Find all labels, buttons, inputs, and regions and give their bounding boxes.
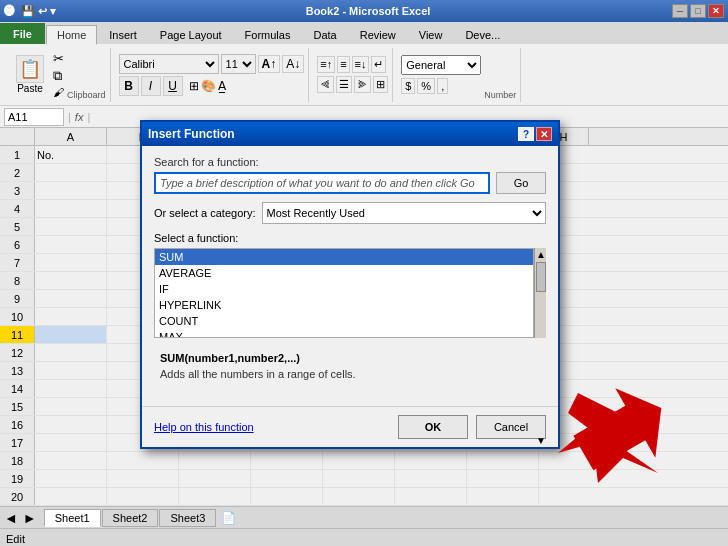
function-item-average[interactable]: AVERAGE [155,265,533,281]
function-list-container: SUM AVERAGE IF HYPERLINK COUNT MAX SIN ▲… [154,248,546,338]
function-description-area: SUM(number1,number2,...) Adds all the nu… [154,346,546,396]
function-item-if[interactable]: IF [155,281,533,297]
scrollbar-up[interactable]: ▲ [535,248,546,261]
function-signature: SUM(number1,number2,...) [160,352,540,364]
dialog-window-controls: ? ✕ [518,127,552,141]
search-row: Go [154,172,546,194]
red-arrow [558,383,678,486]
dialog-footer: Help on this function OK Cancel [142,406,558,447]
scrollbar-thumb[interactable] [536,262,546,292]
go-button[interactable]: Go [496,172,546,194]
function-item-count[interactable]: COUNT [155,313,533,329]
function-item-max[interactable]: MAX [155,329,533,338]
function-item-sum[interactable]: SUM [155,249,533,265]
function-item-hyperlink[interactable]: HYPERLINK [155,297,533,313]
insert-function-dialog: Insert Function ? ✕ Search for a functio… [140,120,560,449]
category-label: Or select a category: [154,207,256,219]
function-list[interactable]: SUM AVERAGE IF HYPERLINK COUNT MAX SIN [154,248,534,338]
category-row: Or select a category: Most Recently Used… [154,202,546,224]
footer-buttons: OK Cancel [398,415,546,439]
dialog-title-bar: Insert Function ? ✕ [142,122,558,146]
function-search-input[interactable] [154,172,490,194]
excel-window: 🅧 💾 ↩ ▾ Book2 - Microsoft Excel ─ □ ✕ Fi… [0,0,728,546]
dialog-title: Insert Function [148,127,518,141]
dialog-body: Search for a function: Go Or select a ca… [142,146,558,406]
function-list-scrollbar[interactable]: ▲ ▼ [534,248,546,338]
dialog-close-button[interactable]: ✕ [536,127,552,141]
ok-button[interactable]: OK [398,415,468,439]
scrollbar-down[interactable]: ▼ [535,434,547,447]
help-link[interactable]: Help on this function [154,421,254,433]
search-label: Search for a function: [154,156,546,168]
function-description: Adds all the numbers in a range of cells… [160,368,540,380]
dialog-help-button[interactable]: ? [518,127,534,141]
function-list-label: Select a function: [154,232,546,244]
category-select[interactable]: Most Recently Used All Financial Date & … [262,202,547,224]
